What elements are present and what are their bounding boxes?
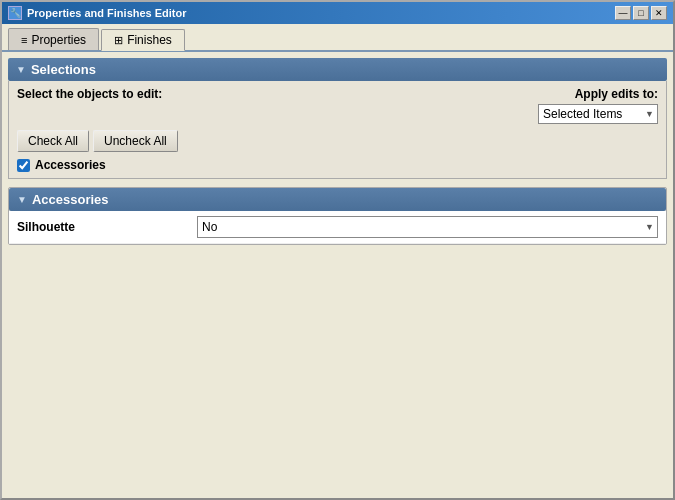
main-window: 🔧 Properties and Finishes Editor — □ ✕ ≡… bbox=[0, 0, 675, 500]
silhouette-select-wrapper: No Yes bbox=[197, 216, 658, 238]
silhouette-select-container: No Yes bbox=[197, 216, 658, 238]
tab-finishes-label: Finishes bbox=[127, 33, 172, 47]
selections-section: ▼ Selections Select the objects to edit:… bbox=[8, 58, 667, 179]
accessories-section: ▼ Accessories Silhouette No Yes bbox=[8, 187, 667, 245]
content-area: ▼ Selections Select the objects to edit:… bbox=[2, 52, 673, 498]
uncheck-all-button[interactable]: Uncheck All bbox=[93, 130, 178, 152]
selections-title: Selections bbox=[31, 62, 96, 77]
accessories-body: Silhouette No Yes bbox=[9, 211, 666, 244]
accessories-checkbox-label: Accessories bbox=[35, 158, 106, 172]
title-bar-left: 🔧 Properties and Finishes Editor bbox=[8, 6, 187, 20]
apply-edits-select-wrapper: Selected Items All Items Current Selecti… bbox=[538, 104, 658, 124]
accessories-title: Accessories bbox=[32, 192, 109, 207]
silhouette-row: Silhouette No Yes bbox=[9, 211, 666, 244]
tab-properties[interactable]: ≡ Properties bbox=[8, 28, 99, 50]
accessories-chevron-icon: ▼ bbox=[17, 194, 27, 205]
selections-chevron-icon: ▼ bbox=[16, 64, 26, 75]
check-all-button[interactable]: Check All bbox=[17, 130, 89, 152]
apply-edits-label: Apply edits to: bbox=[575, 87, 658, 101]
apply-edits-select[interactable]: Selected Items All Items Current Selecti… bbox=[538, 104, 658, 124]
apply-edits-group: Apply edits to: Selected Items All Items… bbox=[538, 87, 658, 124]
maximize-button[interactable]: □ bbox=[633, 6, 649, 20]
properties-tab-icon: ≡ bbox=[21, 34, 27, 46]
silhouette-select[interactable]: No Yes bbox=[197, 216, 658, 238]
window-title: Properties and Finishes Editor bbox=[27, 7, 187, 19]
finishes-tab-icon: ⊞ bbox=[114, 34, 123, 47]
selections-header: ▼ Selections bbox=[8, 58, 667, 81]
accessories-checkbox-item: Accessories bbox=[17, 158, 658, 172]
btn-group: Check All Uncheck All bbox=[17, 130, 658, 152]
close-button[interactable]: ✕ bbox=[651, 6, 667, 20]
title-bar: 🔧 Properties and Finishes Editor — □ ✕ bbox=[2, 2, 673, 24]
window-icon: 🔧 bbox=[8, 6, 22, 20]
accessories-header: ▼ Accessories bbox=[9, 188, 666, 211]
tab-properties-label: Properties bbox=[31, 33, 86, 47]
silhouette-label: Silhouette bbox=[17, 220, 197, 234]
minimize-button[interactable]: — bbox=[615, 6, 631, 20]
tab-finishes[interactable]: ⊞ Finishes bbox=[101, 29, 185, 51]
select-objects-label: Select the objects to edit: bbox=[17, 87, 162, 101]
selections-body: Select the objects to edit: Apply edits … bbox=[8, 81, 667, 179]
tab-bar: ≡ Properties ⊞ Finishes bbox=[2, 24, 673, 52]
selections-row: Select the objects to edit: Apply edits … bbox=[17, 87, 658, 124]
title-controls: — □ ✕ bbox=[615, 6, 667, 20]
accessories-checkbox[interactable] bbox=[17, 159, 30, 172]
